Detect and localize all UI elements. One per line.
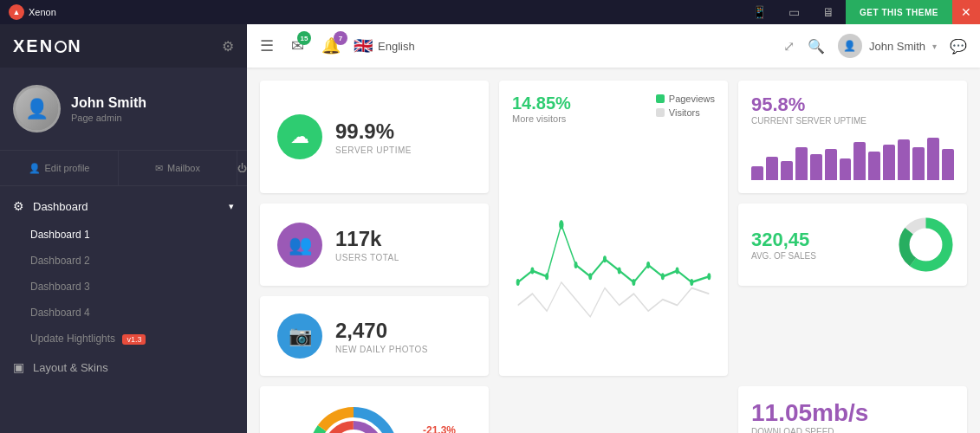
photos-stat-label: NEW DAILY PHOTOS — [335, 345, 428, 354]
cloud-icon: ☁ — [277, 114, 322, 159]
user-mini-avatar: 👤 — [838, 34, 862, 58]
legend-dot-green — [656, 94, 665, 103]
mail-badge: 15 — [297, 31, 311, 45]
topbar-left: ▲ Xenon — [0, 4, 56, 20]
svg-point-0 — [516, 279, 520, 286]
chart-subtitle: More visitors — [512, 113, 571, 124]
topbar-logo: ▲ Xenon — [9, 4, 56, 20]
mail-icon: ✉ — [155, 163, 163, 174]
sidebar-item-dashboard2[interactable]: Dashboard 2 — [0, 248, 247, 274]
bar-3 — [781, 161, 793, 180]
topbar-brand-text: Xenon — [29, 7, 56, 17]
sales-value: 320,45 — [751, 229, 885, 251]
topbar: ▲ Xenon 📱 ▭ 🖥 GET THIS THEME ✕ — [0, 0, 980, 24]
get-theme-button[interactable]: GET THIS THEME — [846, 0, 952, 24]
content-grid: ☁ 99.9% SERVER UPTIME 14.85% More visito… — [247, 68, 980, 433]
legend-pageviews: Pageviews — [656, 94, 715, 104]
sidebar-item-layout[interactable]: ▣ Layout & Skins — [0, 352, 247, 383]
expand-icon[interactable]: ⤢ — [783, 38, 795, 55]
users-stat-label: USERS TOTAL — [335, 253, 399, 262]
layout: XENN ⚙ 👤 John Smith Page admin 👤 Edit pr… — [0, 24, 980, 433]
bar-7 — [840, 158, 852, 180]
uptime-card-value: 95.8% — [751, 94, 954, 116]
uptime-stat-value: 99.9% — [335, 120, 412, 144]
svg-point-1 — [530, 268, 534, 275]
svg-point-10 — [661, 273, 665, 280]
sidebar-logo: XENN — [13, 36, 82, 56]
sidebar-item-update-highlights[interactable]: Update Hightlights v1.3 — [0, 326, 247, 352]
topbar-logo-icon: ▲ — [9, 4, 24, 20]
search-icon[interactable]: 🔍 — [808, 38, 825, 55]
donut-svg — [898, 216, 954, 273]
sidebar-item-dashboard1[interactable]: Dashboard 1 — [0, 222, 247, 248]
topbar-right: 📱 ▭ 🖥 GET THIS THEME ✕ — [742, 0, 980, 24]
notification-button[interactable]: 🔔 7 — [321, 36, 341, 55]
download-value: 11.05mb/s — [751, 399, 954, 427]
bar-2 — [766, 157, 778, 181]
legend-visitors-label: Visitors — [669, 107, 700, 118]
user-info: John Smith Page admin — [71, 95, 146, 123]
sidebar-item-dashboard3[interactable]: Dashboard 3 — [0, 274, 247, 300]
edit-profile-label: Edit profile — [45, 163, 90, 173]
flag-icon: 🇬🇧 — [354, 36, 373, 55]
uptime-stat-label: SERVER UPTIME — [335, 145, 412, 155]
avatar: 👤 — [13, 85, 61, 132]
mailbox-button[interactable]: ✉ Mailbox — [119, 151, 237, 185]
language-selector[interactable]: 🇬🇧 English — [354, 36, 415, 55]
hamburger-button[interactable]: ☰ — [260, 36, 274, 55]
legend-pageviews-label: Pageviews — [669, 94, 715, 104]
tablet-icon-btn[interactable]: ▭ — [776, 0, 811, 24]
ring-labels: -21.3% 14.8% — [423, 424, 456, 434]
header-nav: ☰ ✉ 15 🔔 7 🇬🇧 English ⤢ 🔍 👤 John Smith ▾… — [247, 24, 980, 68]
bar-8 — [853, 142, 866, 180]
user-role: Page admin — [71, 113, 146, 123]
layout-label: Layout & Skins — [33, 361, 108, 374]
visitor-chart-card: 14.85% More visitors Pageviews Visitors — [499, 81, 728, 376]
notification-badge: 7 — [334, 31, 347, 45]
sidebar: XENN ⚙ 👤 John Smith Page admin 👤 Edit pr… — [0, 24, 247, 433]
mobile-icon-btn[interactable]: 📱 — [742, 0, 776, 24]
mail-button[interactable]: ✉ 15 — [291, 36, 304, 55]
mailbox-label: Mailbox — [167, 163, 200, 173]
version-badge: v1.3 — [122, 334, 146, 345]
svg-point-13 — [707, 273, 711, 280]
line-chart-svg — [512, 132, 715, 363]
bar-10 — [883, 145, 895, 180]
users-icon: 👥 — [277, 223, 322, 268]
sales-info: 320,45 AVG. OF SALES — [751, 229, 885, 261]
user-name: John Smith — [71, 95, 146, 111]
donut-chart — [898, 216, 954, 273]
edit-profile-button[interactable]: 👤 Edit profile — [0, 151, 119, 185]
svg-point-9 — [646, 262, 650, 268]
ring-chart-card: -21.3% 14.8% — [260, 386, 489, 433]
update-highlights-label: Update Hightlights — [30, 333, 115, 345]
bar-13 — [927, 138, 939, 181]
ring-chart-container: -21.3% 14.8% — [293, 391, 456, 433]
chat-icon[interactable]: 💬 — [950, 38, 967, 55]
sidebar-item-dashboard4[interactable]: Dashboard 4 — [0, 300, 247, 326]
stat-card-uptime: ☁ 99.9% SERVER UPTIME — [260, 81, 489, 193]
svg-point-12 — [690, 279, 693, 286]
user-menu[interactable]: 👤 John Smith ▾ — [838, 34, 937, 58]
ring-svg — [293, 391, 414, 433]
svg-point-5 — [588, 273, 592, 280]
sidebar-item-dashboard[interactable]: ⚙ Dashboard ▾ — [0, 191, 247, 222]
nav-item-left: ⚙ Dashboard — [13, 199, 88, 213]
power-button[interactable]: ⏻ — [237, 151, 247, 185]
topbar-close-button[interactable]: ✕ — [952, 0, 980, 24]
svg-point-6 — [603, 255, 607, 262]
svg-point-4 — [574, 262, 578, 268]
user-menu-chevron: ▾ — [932, 42, 937, 51]
chart-header: 14.85% More visitors Pageviews Visitors — [512, 94, 715, 124]
uptime-card-label: CURRENT SERVER UPTIME — [751, 116, 954, 126]
power-icon: ⏻ — [237, 163, 247, 173]
bar-9 — [868, 152, 880, 180]
settings-icon[interactable]: ⚙ — [222, 38, 234, 55]
desktop-icon-btn[interactable]: 🖥 — [811, 0, 846, 24]
chart-percent-title: 14.85% — [512, 94, 571, 113]
sales-label: AVG. OF SALES — [751, 251, 885, 261]
language-label: English — [378, 40, 415, 53]
nav-item-left-layout: ▣ Layout & Skins — [13, 360, 108, 374]
user-actions: 👤 Edit profile ✉ Mailbox ⏻ — [0, 151, 247, 186]
svg-point-8 — [632, 279, 635, 286]
